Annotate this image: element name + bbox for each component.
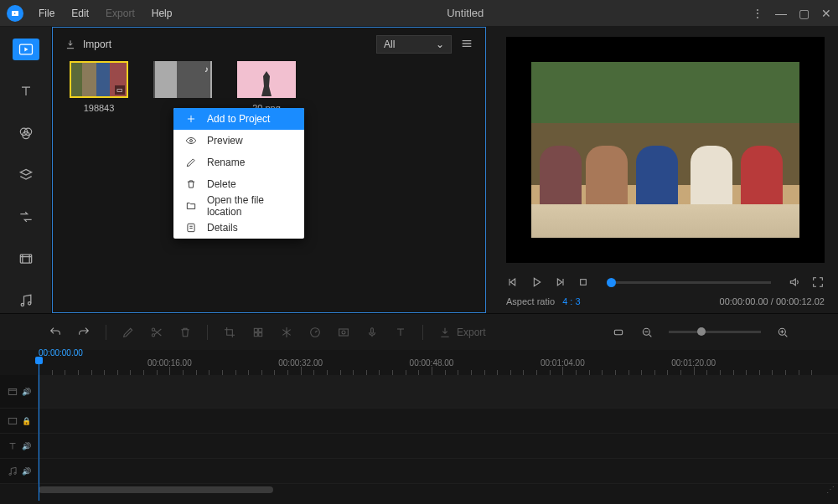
edit-tool[interactable] xyxy=(122,326,135,339)
fullscreen-button[interactable] xyxy=(811,275,825,289)
ctx-add-to-project[interactable]: Add to Project xyxy=(173,108,304,130)
audio-track[interactable]: 🔊 xyxy=(0,459,838,484)
kebab-menu-icon[interactable]: ⋮ xyxy=(752,7,763,20)
menu-help[interactable]: Help xyxy=(145,4,179,23)
filters-tab[interactable] xyxy=(13,122,39,144)
ctx-label: Open the file location xyxy=(207,194,292,218)
import-label: Import xyxy=(83,39,111,50)
prev-frame-button[interactable] xyxy=(506,275,520,289)
track-head-overlay[interactable]: 🔒 xyxy=(0,409,39,433)
minimize-button[interactable]: — xyxy=(775,7,787,20)
svg-rect-10 xyxy=(581,280,587,285)
ruler-label: 00:00:32.00 xyxy=(278,358,323,368)
stop-button[interactable] xyxy=(577,275,590,289)
preview-frame xyxy=(531,62,799,238)
ctx-label: Details xyxy=(207,222,238,234)
ctx-label: Rename xyxy=(207,157,245,168)
zoom-out-button[interactable] xyxy=(640,326,654,339)
svg-point-19 xyxy=(342,331,345,334)
thumb-image xyxy=(237,61,296,98)
volume-button[interactable] xyxy=(788,275,801,289)
crop-tool[interactable] xyxy=(223,326,236,339)
mosaic-tool[interactable] xyxy=(251,326,265,339)
text-tool[interactable] xyxy=(394,326,407,339)
track-head-video[interactable]: 🔊 xyxy=(0,375,39,408)
video-track[interactable]: 🔊 xyxy=(0,375,838,409)
media-tab[interactable] xyxy=(13,39,39,60)
maximize-button[interactable]: ▢ xyxy=(799,7,810,20)
cut-tool[interactable] xyxy=(150,326,163,339)
lock-icon: 🔒 xyxy=(22,417,31,425)
ruler-label: 00:00:16.00 xyxy=(147,358,192,368)
import-button[interactable]: Import xyxy=(65,39,111,50)
timeline-tracks: 🔊 🔒 🔊 🔊 ⋰ xyxy=(0,375,838,496)
svg-rect-18 xyxy=(339,329,349,336)
play-button[interactable] xyxy=(530,275,543,289)
preview-scrubber[interactable] xyxy=(607,281,771,284)
transitions-tab[interactable] xyxy=(13,206,39,228)
aspect-ratio-value[interactable]: 4 : 3 xyxy=(562,296,580,306)
timeline-scrollbar[interactable] xyxy=(0,484,838,496)
media-filter-select[interactable]: All ⌄ xyxy=(376,35,452,54)
ruler-label: 00:01:20.00 xyxy=(671,358,716,368)
ctx-preview[interactable]: Preview xyxy=(173,130,304,152)
media-thumb-1[interactable]: ▭ 198843 xyxy=(70,61,128,113)
ctx-open-location[interactable]: Open the file location xyxy=(173,195,304,217)
titlebar: File Edit Export Help Untitled ⋮ — ▢ ✕ xyxy=(0,0,838,27)
ctx-rename[interactable]: Rename xyxy=(173,152,304,173)
overlay-track[interactable]: 🔒 xyxy=(0,409,838,434)
menu-export[interactable]: Export xyxy=(99,4,142,23)
playhead-time: 00:00:00.00 xyxy=(39,348,83,357)
voice-tool[interactable] xyxy=(365,326,379,339)
ctx-delete[interactable]: Delete xyxy=(173,173,304,195)
window-title: Untitled xyxy=(178,7,752,19)
close-button[interactable]: ✕ xyxy=(821,7,831,20)
info-icon xyxy=(185,222,197,234)
svg-rect-25 xyxy=(8,418,16,424)
elements-tab[interactable] xyxy=(13,248,39,270)
zoom-slider[interactable] xyxy=(669,331,761,333)
ctx-details[interactable]: Details xyxy=(173,217,304,239)
resize-grip-icon[interactable]: ⋰ xyxy=(826,485,835,494)
menu-file[interactable]: File xyxy=(32,4,61,23)
pencil-icon xyxy=(185,157,197,168)
media-thumb-3[interactable]: 20.png xyxy=(237,61,296,113)
track-head-text[interactable]: 🔊 xyxy=(0,434,39,458)
text-tab[interactable] xyxy=(13,80,39,102)
freeze-tool[interactable] xyxy=(280,326,293,339)
undo-button[interactable] xyxy=(49,326,62,339)
tool-sidebar xyxy=(0,27,52,313)
export-label: Export xyxy=(457,327,486,338)
video-badge-icon: ▭ xyxy=(115,85,125,95)
window-controls: ⋮ — ▢ ✕ xyxy=(752,7,831,20)
ruler-label: 00:01:04.00 xyxy=(541,358,585,368)
playhead[interactable] xyxy=(39,358,39,501)
filter-value: All xyxy=(384,39,395,50)
audio-badge-icon: ♪ xyxy=(204,64,209,74)
timeline-toolbar: Export xyxy=(0,313,838,350)
delete-tool[interactable] xyxy=(178,326,192,339)
list-view-toggle[interactable] xyxy=(460,37,473,53)
main-menu: File Edit Export Help xyxy=(32,4,178,23)
music-tab[interactable] xyxy=(13,290,39,311)
fit-timeline-button[interactable] xyxy=(612,326,625,339)
svg-rect-13 xyxy=(254,328,257,332)
context-menu: Add to Project Preview Rename Delete Ope… xyxy=(173,108,304,239)
menu-edit[interactable]: Edit xyxy=(65,4,96,23)
zoom-in-button[interactable] xyxy=(776,326,789,339)
ctx-label: Add to Project xyxy=(207,113,270,125)
speed-tool[interactable] xyxy=(308,326,322,339)
next-frame-button[interactable] xyxy=(553,275,566,289)
plus-icon xyxy=(185,113,197,125)
overlays-tab[interactable] xyxy=(13,164,39,186)
ruler-label: 00:00:48.00 xyxy=(410,358,454,368)
track-head-audio[interactable]: 🔊 xyxy=(0,459,39,483)
redo-button[interactable] xyxy=(77,326,91,339)
zoom-clip-tool[interactable] xyxy=(337,326,350,339)
timeline-ruler[interactable]: 00:00:00.00 00:00:16.0000:00:32.0000:00:… xyxy=(0,350,838,375)
text-track[interactable]: 🔊 xyxy=(0,434,838,459)
media-thumb-2[interactable]: ♪ xyxy=(153,61,212,113)
export-tool[interactable]: Export xyxy=(438,326,486,339)
chevron-down-icon: ⌄ xyxy=(436,39,444,50)
thumb-image: ▭ xyxy=(70,61,128,98)
